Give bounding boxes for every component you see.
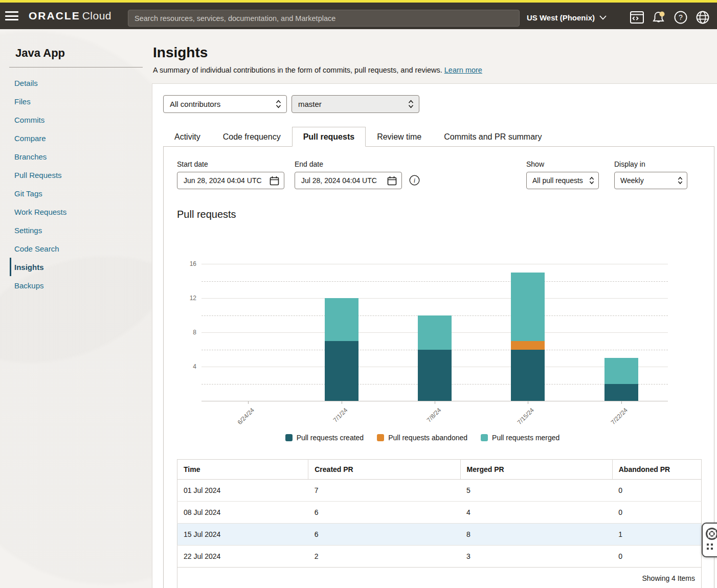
table-row[interactable]: 22 Jul 2024230 — [177, 546, 702, 568]
global-search-input[interactable] — [128, 10, 520, 27]
notifications-bell-icon[interactable] — [652, 10, 666, 25]
column-header-merged-pr: Merged PR — [460, 460, 612, 480]
x-axis-tick — [248, 401, 249, 404]
repository-title: Java App — [15, 47, 152, 60]
globe-language-icon[interactable] — [696, 10, 710, 25]
table-footer-text: Showing 4 Items — [177, 568, 702, 588]
page-subtitle: A summary of individual contributions in… — [153, 66, 482, 74]
sidebar-item-code-search[interactable]: Code Search — [10, 239, 152, 258]
x-axis-tick — [528, 401, 528, 404]
tab-review-time[interactable]: Review time — [366, 127, 433, 147]
table-row[interactable]: 15 Jul 2024681 — [177, 524, 702, 546]
gridline — [201, 298, 668, 299]
cell-merged: 5 — [460, 480, 612, 502]
brand-cloud: Cloud — [82, 10, 111, 21]
end-date-input[interactable]: Jul 28, 2024 04:04 UTC — [295, 172, 402, 189]
sidebar-item-backups[interactable]: Backups — [10, 276, 152, 295]
x-axis-tick-label: 7/8/24 — [425, 406, 442, 423]
bar-segment-pull-requests-created[interactable] — [511, 350, 545, 401]
bar-segment-pull-requests-merged[interactable] — [325, 298, 358, 341]
notification-badge — [660, 11, 665, 16]
help-icon[interactable]: ? — [674, 10, 688, 25]
sidebar-nav: DetailsFilesCommitsCompareBranchesPull R… — [0, 74, 152, 295]
branch-select-value: master — [298, 100, 408, 108]
brand-oracle: ORACLE — [29, 10, 80, 21]
x-axis-tick-label: 7/1/24 — [332, 406, 349, 423]
life-ring-icon[interactable] — [705, 527, 717, 540]
tab-pull-requests[interactable]: Pull requests — [292, 127, 366, 147]
chart-title: Pull requests — [177, 209, 702, 220]
date-range-info-icon[interactable]: i — [409, 175, 420, 186]
sidebar-item-compare[interactable]: Compare — [10, 129, 152, 147]
table-row[interactable]: 08 Jul 2024640 — [177, 502, 702, 524]
cell-merged: 4 — [460, 502, 612, 524]
y-axis-tick-label: 8 — [177, 329, 196, 336]
show-field: Show All pull requests — [526, 160, 599, 189]
contributors-select[interactable]: All contributors — [163, 95, 287, 113]
calendar-icon[interactable] — [387, 176, 397, 186]
legend-swatch-icon — [285, 434, 293, 441]
end-date-label: End date — [295, 160, 402, 168]
cell-time: 01 Jul 2024 — [177, 480, 308, 502]
drag-handle-icon[interactable] — [707, 544, 713, 550]
region-selector[interactable]: US West (Phoenix) — [527, 13, 607, 22]
cell-abandoned: 0 — [612, 480, 701, 502]
sidebar-item-details[interactable]: Details — [10, 74, 152, 92]
sidebar-item-work-requests[interactable]: Work Requests — [10, 202, 152, 221]
start-date-value: Jun 28, 2024 04:04 UTC — [184, 176, 270, 185]
tab-commits-and-pr-summary[interactable]: Commits and PR summary — [433, 127, 553, 147]
tab-activity[interactable]: Activity — [163, 127, 212, 147]
pull-requests-chart: 4812166/24/247/1/247/8/247/15/247/22/24 — [177, 241, 668, 427]
display-in-select-value: Weekly — [620, 176, 678, 185]
svg-text:i: i — [414, 177, 416, 184]
oracle-cloud-logo[interactable]: ORACLECloud — [29, 10, 111, 22]
y-axis-tick-label: 4 — [177, 363, 196, 370]
tab-code-frequency[interactable]: Code frequency — [212, 127, 292, 147]
display-in-field: Display in Weekly — [614, 160, 687, 189]
table-footer-row: Showing 4 Items — [177, 568, 702, 588]
start-date-field: Start date Jun 28, 2024 04:04 UTC — [177, 160, 284, 189]
sidebar-item-commits[interactable]: Commits — [10, 110, 152, 129]
calendar-icon[interactable] — [270, 176, 279, 186]
chevron-down-icon — [599, 15, 607, 20]
display-in-select[interactable]: Weekly — [614, 172, 687, 189]
learn-more-link[interactable]: Learn more — [444, 66, 482, 74]
sidebar-item-settings[interactable]: Settings — [10, 221, 152, 239]
sidebar-item-files[interactable]: Files — [10, 92, 152, 110]
x-axis-tick-label: 7/22/24 — [609, 406, 629, 426]
show-select[interactable]: All pull requests — [526, 172, 599, 189]
bar-segment-pull-requests-merged[interactable] — [418, 315, 452, 350]
top-filters: All contributors master — [163, 95, 714, 113]
column-header-created-pr: Created PR — [308, 460, 460, 480]
bar-segment-pull-requests-abandoned[interactable] — [511, 341, 545, 350]
column-header-abandoned-pr: Abandoned PR — [612, 460, 701, 480]
contributors-select-value: All contributors — [170, 100, 276, 108]
bar-segment-pull-requests-created[interactable] — [325, 341, 358, 401]
legend-item-pull-requests-abandoned: Pull requests abandoned — [377, 434, 467, 442]
cell-merged: 3 — [460, 546, 612, 568]
bar-segment-pull-requests-created[interactable] — [418, 350, 452, 401]
select-stepper-icon — [589, 176, 594, 185]
cell-abandoned: 0 — [612, 502, 701, 524]
bar-segment-pull-requests-merged[interactable] — [604, 358, 638, 383]
sidebar-item-git-tags[interactable]: Git Tags — [10, 184, 152, 202]
sidebar-item-insights[interactable]: Insights — [10, 258, 152, 276]
cell-created: 7 — [308, 480, 460, 502]
hamburger-menu-icon[interactable] — [5, 11, 18, 20]
legend-swatch-icon — [481, 434, 488, 441]
cell-time: 08 Jul 2024 — [177, 502, 308, 524]
y-axis-tick-label: 16 — [177, 260, 196, 267]
table-header-row: TimeCreated PRMerged PRAbandoned PR — [177, 460, 702, 480]
start-date-input[interactable]: Jun 28, 2024 04:04 UTC — [177, 172, 284, 189]
branch-select[interactable]: master — [292, 95, 419, 113]
cloud-shell-icon[interactable] — [630, 10, 644, 25]
table-row[interactable]: 01 Jul 2024750 — [177, 480, 702, 502]
legend-item-pull-requests-merged: Pull requests merged — [481, 434, 559, 442]
floating-helper-widget[interactable] — [702, 523, 717, 557]
bar-segment-pull-requests-merged[interactable] — [511, 273, 545, 341]
bar-segment-pull-requests-created[interactable] — [604, 384, 638, 401]
insights-card: All contributors master ActivityCode fre… — [152, 83, 717, 588]
start-date-label: Start date — [177, 160, 284, 168]
sidebar-item-pull-requests[interactable]: Pull Requests — [10, 166, 152, 184]
sidebar-item-branches[interactable]: Branches — [10, 147, 152, 166]
